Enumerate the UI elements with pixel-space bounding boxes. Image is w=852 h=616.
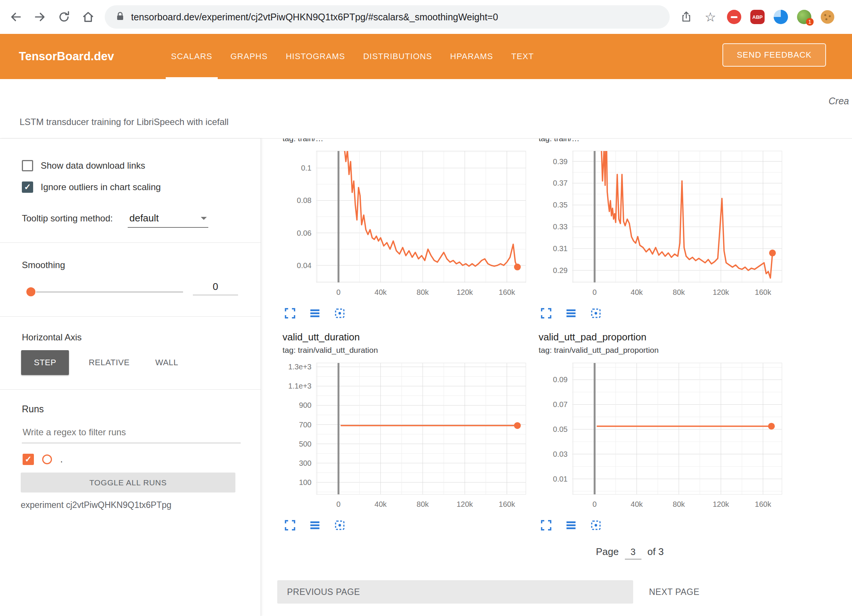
tab-graphs[interactable]: GRAPHS xyxy=(231,34,268,79)
runs-filter-input[interactable] xyxy=(22,422,241,443)
svg-text:120k: 120k xyxy=(457,288,473,296)
chart-4-tag: tag: train/valid_utt_pad_proportion xyxy=(539,346,659,355)
tab-hparams[interactable]: HPARAMS xyxy=(450,34,493,79)
data-lines-icon[interactable] xyxy=(307,306,323,321)
svg-text:0.1: 0.1 xyxy=(301,164,311,172)
browser-toolbar: tensorboard.dev/experiment/cj2vtPiwQHKN9… xyxy=(0,0,852,34)
pagination: Page of 3 xyxy=(596,545,664,560)
svg-text:0.04: 0.04 xyxy=(297,261,311,270)
fit-domain-icon[interactable] xyxy=(331,306,348,321)
profile-avatar[interactable]: 1 xyxy=(797,10,811,24)
svg-text:1.3e+3: 1.3e+3 xyxy=(288,363,311,371)
fullscreen-icon[interactable] xyxy=(282,306,298,321)
svg-text:0: 0 xyxy=(592,288,597,296)
address-bar[interactable]: tensorboard.dev/experiment/cj2vtPiwQHKN9… xyxy=(105,5,670,29)
svg-text:500: 500 xyxy=(299,440,311,448)
smoothing-label: Smoothing xyxy=(22,260,65,270)
data-lines-icon[interactable] xyxy=(307,518,323,533)
home-icon[interactable] xyxy=(81,9,96,24)
experiment-subheader: Crea LSTM transducer training for LibriS… xyxy=(0,79,852,139)
data-lines-icon[interactable] xyxy=(563,518,579,533)
svg-text:0.06: 0.06 xyxy=(297,229,311,237)
tensorboard-app: tensorboard.dev/experiment/cj2vtPiwQHKN9… xyxy=(0,0,852,616)
tooltip-sorting-row: Tooltip sorting method: default xyxy=(22,212,208,228)
fit-domain-icon[interactable] xyxy=(331,518,348,533)
svg-text:160k: 160k xyxy=(755,288,771,296)
divider xyxy=(0,389,261,390)
abp-extension-icon[interactable]: ABP xyxy=(750,10,765,24)
tab-distributions[interactable]: DISTRIBUTIONS xyxy=(363,34,432,79)
app-header: TensorBoard.dev SCALARS GRAPHS HISTOGRAM… xyxy=(0,34,852,79)
back-icon[interactable] xyxy=(8,9,23,24)
ignore-outliers-checkbox[interactable] xyxy=(22,181,33,193)
fullscreen-icon[interactable] xyxy=(538,306,554,321)
tab-histograms[interactable]: HISTOGRAMS xyxy=(286,34,345,79)
tab-scalars[interactable]: SCALARS xyxy=(171,34,212,79)
url-text[interactable]: tensorboard.dev/experiment/cj2vtPiwQHKN9… xyxy=(131,12,498,23)
fit-domain-icon[interactable] xyxy=(588,518,604,533)
fullscreen-icon[interactable] xyxy=(282,518,298,533)
smoothing-slider-track[interactable] xyxy=(36,291,183,293)
data-lines-icon[interactable] xyxy=(563,306,579,321)
experiment-id-label: experiment cj2vtPiwQHKN9Q1tx6PTpg xyxy=(21,500,171,510)
svg-text:900: 900 xyxy=(299,401,311,409)
axis-option-relative[interactable]: RELATIVE xyxy=(82,350,136,375)
reload-icon[interactable] xyxy=(56,9,72,24)
svg-text:120k: 120k xyxy=(457,500,473,508)
fullscreen-icon[interactable] xyxy=(538,518,554,533)
ignore-outliers-label: Ignore outliers in chart scaling xyxy=(41,182,161,192)
svg-text:700: 700 xyxy=(299,421,311,429)
share-icon[interactable] xyxy=(679,9,694,24)
adblock-extension-icon[interactable] xyxy=(727,10,741,24)
svg-text:0.39: 0.39 xyxy=(553,157,568,166)
scalar-chart-1[interactable]: 0.040.060.080.1040k80k120k160k xyxy=(281,149,529,296)
show-download-links-checkbox[interactable] xyxy=(22,160,33,171)
scalar-chart-3[interactable]: 1003005007009001.1e+31.3e+3040k80k120k16… xyxy=(281,361,529,508)
page-of-label: of 3 xyxy=(647,546,664,558)
chart-3-toolbar xyxy=(282,518,348,533)
svg-text:0.08: 0.08 xyxy=(297,196,311,204)
runs-label: Runs xyxy=(22,404,44,415)
horizontal-axis-label: Horizontal Axis xyxy=(22,332,82,343)
tab-text[interactable]: TEXT xyxy=(511,34,534,79)
run-row: . xyxy=(23,454,63,465)
svg-text:0.03: 0.03 xyxy=(553,450,568,458)
show-download-links-label: Show data download links xyxy=(41,160,145,171)
next-page-button[interactable]: NEXT PAGE xyxy=(647,580,702,604)
svg-text:160k: 160k xyxy=(755,500,771,508)
svg-text:40k: 40k xyxy=(631,500,643,508)
page-number-input[interactable] xyxy=(625,545,641,560)
svg-text:120k: 120k xyxy=(713,500,729,508)
divider xyxy=(0,316,261,317)
cookie-extension-icon[interactable] xyxy=(820,10,835,24)
forward-icon[interactable] xyxy=(32,9,47,24)
axis-option-step[interactable]: STEP xyxy=(21,350,69,375)
avatar-badge: 1 xyxy=(806,18,814,26)
chart-1-toolbar xyxy=(282,306,348,321)
app-logo[interactable]: TensorBoard.dev xyxy=(19,34,114,79)
horizontal-axis-options: STEP RELATIVE WALL xyxy=(21,350,184,375)
smoothing-value-input[interactable] xyxy=(193,279,238,295)
svg-text:80k: 80k xyxy=(673,288,685,296)
clipped-chart-tag-2: tag: train/… xyxy=(539,139,742,144)
toggle-all-runs-button[interactable]: TOGGLE ALL RUNS xyxy=(21,473,235,492)
axis-option-wall[interactable]: WALL xyxy=(149,350,184,375)
send-feedback-button[interactable]: SEND FEEDBACK xyxy=(722,43,826,67)
run-checkbox[interactable] xyxy=(23,454,34,465)
adblock-bar xyxy=(731,16,737,18)
svg-text:0: 0 xyxy=(336,500,340,508)
clipped-created-text: Crea xyxy=(829,96,849,107)
tooltip-sorting-label: Tooltip sorting method: xyxy=(22,213,113,224)
svg-text:0.05: 0.05 xyxy=(553,425,568,433)
fit-domain-icon[interactable] xyxy=(588,306,604,321)
blue-extension-icon[interactable] xyxy=(774,10,788,24)
run-name-label: . xyxy=(60,454,63,465)
scalar-chart-4[interactable]: 0.010.030.050.070.09040k80k120k160k xyxy=(537,361,785,508)
svg-text:0.29: 0.29 xyxy=(553,266,568,274)
svg-text:300: 300 xyxy=(299,459,311,467)
tooltip-sorting-dropdown[interactable]: default xyxy=(128,212,208,228)
smoothing-slider-thumb[interactable] xyxy=(26,287,35,296)
previous-page-button[interactable]: PREVIOUS PAGE xyxy=(277,580,633,604)
scalar-chart-2[interactable]: 0.290.310.330.350.370.39040k80k120k160k xyxy=(537,149,785,296)
bookmark-star-icon[interactable]: ☆ xyxy=(703,9,718,24)
